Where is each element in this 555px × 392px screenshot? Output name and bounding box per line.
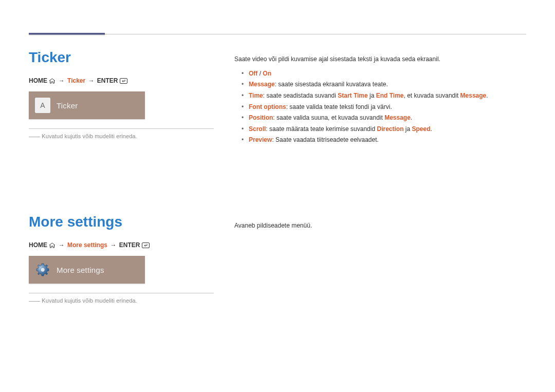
text: ja [368, 92, 376, 99]
path-step: Ticker [67, 77, 85, 84]
section-ticker-left: Ticker HOME → Ticker → ENTER A Ticker ――… [29, 49, 214, 139]
text: / [257, 70, 263, 77]
arrow-icon: → [88, 77, 95, 84]
section-more-settings-left: More settings HOME → More settings → ENT… [29, 214, 214, 304]
ticker-tile: A Ticker [29, 91, 145, 119]
term: End Time [376, 92, 404, 99]
text: ja [404, 125, 412, 133]
term: Position [249, 114, 273, 121]
svg-point-2 [41, 268, 45, 272]
text: , et kuvada suvandit [404, 92, 460, 99]
tile-letter-icon: A [35, 98, 50, 113]
breadcrumb: HOME → Ticker → ENTER [29, 77, 214, 84]
section-ticker-right: Saate video või pildi kuvamise ajal sise… [234, 53, 526, 146]
term: Time [249, 92, 263, 99]
path-home: HOME [29, 77, 47, 84]
list-item: Off / On [234, 68, 526, 80]
term: Off [249, 70, 257, 77]
text: . [411, 114, 412, 121]
footnote: ―― Kuvatud kujutis võib mudeliti erineda… [29, 297, 214, 304]
enter-icon [120, 78, 127, 84]
list-item: Preview: Saate vaadata tiitriseadete eel… [234, 135, 526, 146]
top-rule [29, 34, 526, 34]
tile-label: More settings [57, 266, 104, 274]
path-step: More settings [67, 241, 107, 249]
term: Direction [377, 125, 403, 133]
divider [29, 128, 214, 129]
tile-label: Ticker [57, 101, 78, 110]
list-item: Font options: saate valida teate teksti … [234, 102, 526, 113]
term: Message [249, 81, 275, 88]
intro-text: Avaneb pildiseadete menüü. [234, 220, 526, 232]
list-item: Position: saate valida suuna, et kuvada … [234, 113, 526, 124]
text: : saate määrata teate kerimise suvandid [266, 125, 377, 133]
arrow-icon: → [59, 77, 65, 84]
bullet-list: Off / On Message: saate sisestada ekraan… [234, 68, 526, 146]
arrow-icon: → [59, 241, 65, 249]
breadcrumb: HOME → More settings → ENTER [29, 241, 214, 249]
term: Message [384, 114, 411, 121]
term: Font options [249, 103, 286, 110]
term: On [263, 70, 271, 77]
footnote: ―― Kuvatud kujutis võib mudeliti erineda… [29, 133, 214, 139]
text: : saate seadistada suvandi [263, 92, 338, 99]
text: . [486, 92, 488, 99]
list-item: Scroll: saate määrata teate kerimise suv… [234, 124, 526, 135]
term: Preview [249, 136, 272, 143]
more-settings-tile: More settings [29, 256, 145, 284]
home-icon [49, 242, 55, 248]
enter-icon [142, 242, 150, 248]
term: Message [460, 92, 487, 99]
text: : Saate vaadata tiitriseadete eelvaadet. [272, 136, 378, 143]
text: : saate sisestada ekraanil kuvatava teat… [275, 81, 388, 88]
divider [29, 293, 214, 293]
arrow-icon: → [110, 241, 116, 249]
term: Scroll [249, 125, 266, 133]
text: : saate valida suuna, et kuvada suvandit [273, 114, 384, 121]
section-title: More settings [29, 214, 214, 230]
home-icon [49, 78, 55, 84]
path-enter: ENTER [97, 77, 118, 84]
gear-icon [35, 262, 50, 277]
list-item: Message: saate sisestada ekraanil kuvata… [234, 79, 526, 90]
intro-text: Saate video või pildi kuvamise ajal sise… [234, 53, 526, 65]
path-enter: ENTER [119, 241, 140, 249]
term: Speed [412, 125, 431, 133]
path-home: HOME [29, 241, 47, 249]
section-title: Ticker [29, 49, 214, 66]
term: Start Time [338, 92, 367, 99]
section-more-settings-right: Avaneb pildiseadete menüü. [234, 220, 526, 232]
list-item: Time: saate seadistada suvandi Start Tim… [234, 90, 526, 102]
text: : saate valida teate teksti fondi ja vär… [286, 103, 392, 110]
text: . [431, 125, 432, 133]
